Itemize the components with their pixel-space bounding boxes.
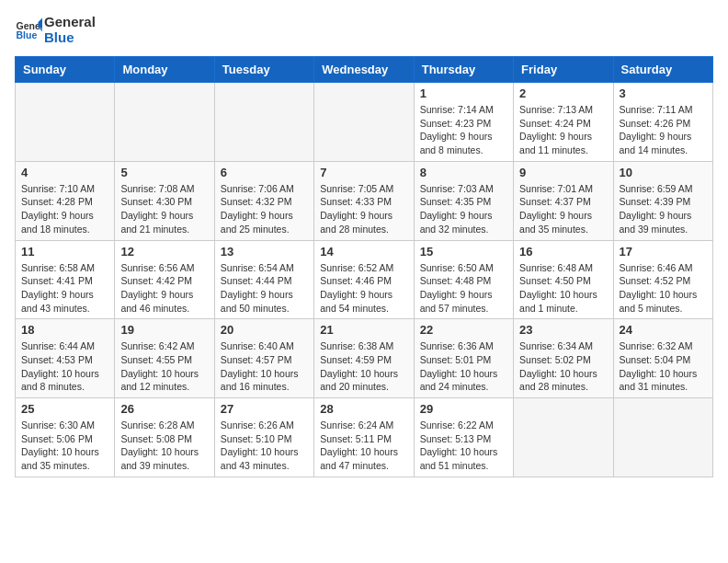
- day-number: 26: [120, 402, 208, 416]
- calendar-cell: 9Sunrise: 7:01 AM Sunset: 4:37 PM Daylig…: [514, 161, 613, 240]
- calendar-cell: [16, 83, 115, 162]
- calendar-cell: [514, 398, 613, 477]
- day-of-week-header: Sunday: [16, 57, 115, 83]
- day-number: 3: [620, 86, 707, 100]
- calendar-cell: 19Sunrise: 6:42 AM Sunset: 4:55 PM Dayli…: [115, 319, 214, 398]
- day-info: Sunrise: 6:50 AM Sunset: 4:48 PM Dayligh…: [420, 261, 507, 316]
- day-info: Sunrise: 6:22 AM Sunset: 5:13 PM Dayligh…: [420, 419, 507, 473]
- day-number: 25: [21, 402, 108, 416]
- day-of-week-header: Tuesday: [214, 57, 313, 83]
- day-info: Sunrise: 6:26 AM Sunset: 5:10 PM Dayligh…: [221, 419, 308, 473]
- day-number: 19: [120, 323, 208, 337]
- day-info: Sunrise: 6:42 AM Sunset: 4:55 PM Dayligh…: [120, 339, 208, 394]
- day-info: Sunrise: 6:59 AM Sunset: 4:39 PM Dayligh…: [620, 182, 707, 236]
- calendar-cell: 2Sunrise: 7:13 AM Sunset: 4:24 PM Daylig…: [514, 83, 613, 162]
- calendar-cell: 21Sunrise: 6:38 AM Sunset: 4:59 PM Dayli…: [314, 319, 414, 398]
- day-info: Sunrise: 7:13 AM Sunset: 4:24 PM Dayligh…: [519, 103, 607, 157]
- calendar-cell: [613, 398, 712, 477]
- day-of-week-header: Monday: [115, 57, 214, 83]
- calendar-cell: 7Sunrise: 7:05 AM Sunset: 4:33 PM Daylig…: [314, 161, 414, 240]
- day-number: 8: [420, 166, 507, 179]
- day-info: Sunrise: 7:11 AM Sunset: 4:26 PM Dayligh…: [620, 103, 707, 157]
- day-number: 22: [420, 323, 507, 337]
- day-info: Sunrise: 7:03 AM Sunset: 4:35 PM Dayligh…: [420, 182, 507, 236]
- day-info: Sunrise: 6:34 AM Sunset: 5:02 PM Dayligh…: [519, 339, 607, 394]
- day-number: 13: [221, 245, 308, 259]
- calendar-cell: 10Sunrise: 6:59 AM Sunset: 4:39 PM Dayli…: [613, 161, 712, 240]
- day-info: Sunrise: 6:24 AM Sunset: 5:11 PM Dayligh…: [320, 419, 407, 473]
- day-number: 18: [21, 323, 108, 337]
- day-number: 28: [320, 402, 407, 416]
- day-number: 1: [420, 86, 507, 100]
- day-number: 12: [120, 245, 208, 259]
- day-number: 11: [21, 245, 108, 259]
- calendar-table: SundayMondayTuesdayWednesdayThursdayFrid…: [15, 56, 713, 477]
- day-number: 10: [620, 166, 707, 179]
- day-info: Sunrise: 7:08 AM Sunset: 4:30 PM Dayligh…: [120, 182, 208, 236]
- day-number: 6: [221, 166, 308, 179]
- day-number: 24: [620, 323, 707, 337]
- calendar-week-row: 25Sunrise: 6:30 AM Sunset: 5:06 PM Dayli…: [16, 398, 713, 477]
- day-number: 23: [519, 323, 607, 337]
- svg-text:Blue: Blue: [17, 29, 38, 40]
- day-info: Sunrise: 6:56 AM Sunset: 4:42 PM Dayligh…: [120, 261, 208, 316]
- day-info: Sunrise: 6:46 AM Sunset: 4:52 PM Dayligh…: [620, 261, 707, 316]
- day-number: 5: [120, 166, 208, 179]
- calendar-cell: 22Sunrise: 6:36 AM Sunset: 5:01 PM Dayli…: [414, 319, 513, 398]
- day-number: 16: [519, 245, 607, 259]
- calendar-cell: 11Sunrise: 6:58 AM Sunset: 4:41 PM Dayli…: [16, 240, 115, 319]
- logo-icon: General Blue: [15, 17, 42, 44]
- day-number: 20: [221, 323, 308, 337]
- day-of-week-header: Thursday: [414, 57, 513, 83]
- day-number: 14: [320, 245, 407, 259]
- day-info: Sunrise: 7:05 AM Sunset: 4:33 PM Dayligh…: [320, 182, 407, 236]
- calendar-cell: 3Sunrise: 7:11 AM Sunset: 4:26 PM Daylig…: [613, 83, 712, 162]
- day-info: Sunrise: 6:44 AM Sunset: 4:53 PM Dayligh…: [21, 339, 108, 394]
- calendar-cell: 20Sunrise: 6:40 AM Sunset: 4:57 PM Dayli…: [214, 319, 313, 398]
- calendar-cell: [314, 83, 414, 162]
- page-header: General Blue General Blue: [15, 15, 713, 45]
- calendar-cell: 18Sunrise: 6:44 AM Sunset: 4:53 PM Dayli…: [16, 319, 115, 398]
- day-info: Sunrise: 7:14 AM Sunset: 4:23 PM Dayligh…: [420, 103, 507, 157]
- calendar-cell: 24Sunrise: 6:32 AM Sunset: 5:04 PM Dayli…: [613, 319, 712, 398]
- calendar-week-row: 4Sunrise: 7:10 AM Sunset: 4:28 PM Daylig…: [16, 161, 713, 240]
- day-number: 29: [420, 402, 507, 416]
- day-of-week-header: Wednesday: [314, 57, 414, 83]
- calendar-cell: 26Sunrise: 6:28 AM Sunset: 5:08 PM Dayli…: [115, 398, 214, 477]
- day-info: Sunrise: 6:52 AM Sunset: 4:46 PM Dayligh…: [320, 261, 407, 316]
- day-number: 4: [21, 166, 108, 179]
- calendar-cell: 4Sunrise: 7:10 AM Sunset: 4:28 PM Daylig…: [16, 161, 115, 240]
- calendar-cell: 15Sunrise: 6:50 AM Sunset: 4:48 PM Dayli…: [414, 240, 513, 319]
- day-info: Sunrise: 7:01 AM Sunset: 4:37 PM Dayligh…: [519, 182, 607, 236]
- day-info: Sunrise: 6:32 AM Sunset: 5:04 PM Dayligh…: [620, 339, 707, 394]
- calendar-week-row: 18Sunrise: 6:44 AM Sunset: 4:53 PM Dayli…: [16, 319, 713, 398]
- day-number: 7: [320, 166, 407, 179]
- logo: General Blue General Blue: [15, 15, 96, 45]
- day-info: Sunrise: 6:36 AM Sunset: 5:01 PM Dayligh…: [420, 339, 507, 394]
- calendar-cell: [214, 83, 313, 162]
- calendar-cell: 1Sunrise: 7:14 AM Sunset: 4:23 PM Daylig…: [414, 83, 513, 162]
- day-info: Sunrise: 6:40 AM Sunset: 4:57 PM Dayligh…: [221, 339, 308, 394]
- calendar-week-row: 11Sunrise: 6:58 AM Sunset: 4:41 PM Dayli…: [16, 240, 713, 319]
- day-number: 2: [519, 86, 607, 100]
- day-info: Sunrise: 6:48 AM Sunset: 4:50 PM Dayligh…: [519, 261, 607, 316]
- day-info: Sunrise: 6:58 AM Sunset: 4:41 PM Dayligh…: [21, 261, 108, 316]
- calendar-cell: 13Sunrise: 6:54 AM Sunset: 4:44 PM Dayli…: [214, 240, 313, 319]
- day-number: 17: [620, 245, 707, 259]
- calendar-cell: 16Sunrise: 6:48 AM Sunset: 4:50 PM Dayli…: [514, 240, 613, 319]
- calendar-cell: [115, 83, 214, 162]
- calendar-cell: 12Sunrise: 6:56 AM Sunset: 4:42 PM Dayli…: [115, 240, 214, 319]
- day-info: Sunrise: 7:06 AM Sunset: 4:32 PM Dayligh…: [221, 182, 308, 236]
- day-of-week-header: Friday: [514, 57, 613, 83]
- calendar-cell: 28Sunrise: 6:24 AM Sunset: 5:11 PM Dayli…: [314, 398, 414, 477]
- day-info: Sunrise: 6:54 AM Sunset: 4:44 PM Dayligh…: [221, 261, 308, 316]
- day-info: Sunrise: 7:10 AM Sunset: 4:28 PM Dayligh…: [21, 182, 108, 236]
- day-number: 9: [519, 166, 607, 179]
- calendar-cell: 6Sunrise: 7:06 AM Sunset: 4:32 PM Daylig…: [214, 161, 313, 240]
- logo-text: General Blue: [44, 15, 96, 45]
- calendar-week-row: 1Sunrise: 7:14 AM Sunset: 4:23 PM Daylig…: [16, 83, 713, 162]
- day-of-week-header: Saturday: [613, 57, 712, 83]
- day-info: Sunrise: 6:28 AM Sunset: 5:08 PM Dayligh…: [120, 419, 208, 473]
- day-number: 21: [320, 323, 407, 337]
- day-info: Sunrise: 6:38 AM Sunset: 4:59 PM Dayligh…: [320, 339, 407, 394]
